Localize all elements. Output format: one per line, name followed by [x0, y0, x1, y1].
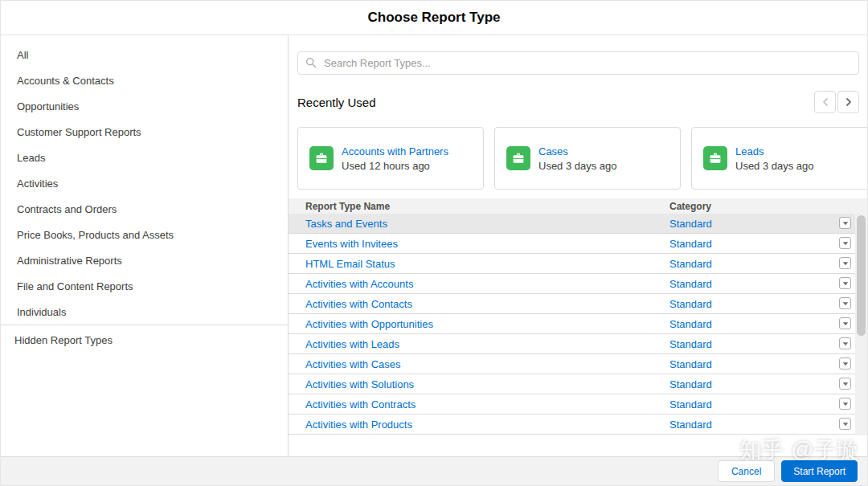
- row-dropdown-button[interactable]: [839, 337, 851, 349]
- chevron-down-icon: [842, 341, 849, 346]
- report-type-name-link[interactable]: Activities with Contracts: [289, 398, 669, 410]
- recent-card-title[interactable]: Accounts with Partners: [342, 145, 448, 157]
- report-type-category: Standard: [669, 398, 867, 410]
- report-type-name-link[interactable]: Activities with Leads: [289, 338, 669, 350]
- sidebar-item-label: Price Books, Products and Assets: [17, 229, 174, 241]
- report-type-name-link[interactable]: Activities with Solutions: [289, 378, 669, 390]
- report-type-briefcase-icon: [506, 146, 530, 170]
- row-dropdown-button[interactable]: [839, 217, 851, 229]
- report-type-category: Standard: [669, 419, 867, 431]
- report-type-category: Standard: [669, 358, 867, 370]
- sidebar-item-category[interactable]: Accounts & Contacts: [1, 67, 288, 93]
- table-row[interactable]: Activities with Products Standard: [289, 415, 867, 435]
- report-type-name-link[interactable]: Events with Invitees: [289, 238, 669, 250]
- report-type-category: Standard: [669, 278, 867, 290]
- row-dropdown-button[interactable]: [839, 257, 851, 269]
- row-dropdown-button[interactable]: [839, 297, 851, 309]
- page-title: Choose Report Type: [368, 10, 501, 26]
- sidebar-item-category[interactable]: Administrative Reports: [1, 247, 288, 273]
- chevron-down-icon: [842, 281, 849, 286]
- report-category-sidebar: All Accounts & Contacts Opportunities Cu…: [1, 35, 289, 456]
- column-header-report-type-name: Report Type Name: [289, 201, 669, 212]
- sidebar-item-category[interactable]: Contracts and Orders: [1, 196, 288, 222]
- table-row[interactable]: Activities with Leads Standard: [289, 334, 867, 354]
- sidebar-item-category[interactable]: Leads: [1, 145, 288, 170]
- sidebar-item-category[interactable]: Activities: [1, 170, 288, 196]
- table-row[interactable]: Activities with Accounts Standard: [289, 274, 867, 294]
- table-row[interactable]: Activities with Contracts Standard: [289, 394, 867, 415]
- report-type-briefcase-icon: [703, 146, 727, 170]
- report-type-name-link[interactable]: Activities with Contacts: [289, 298, 669, 310]
- recent-report-card[interactable]: Cases Used 3 days ago: [494, 127, 681, 190]
- sidebar-item-category[interactable]: Opportunities: [1, 93, 288, 119]
- report-type-category: Standard: [669, 258, 867, 270]
- table-row[interactable]: Activities with Opportunities Standard: [289, 314, 867, 334]
- sidebar-item-label: File and Content Reports: [17, 280, 133, 292]
- modal-body: All Accounts & Contacts Opportunities Cu…: [1, 35, 867, 456]
- table-row[interactable]: Events with Invitees Standard: [289, 234, 867, 254]
- report-type-name-link[interactable]: Activities with Opportunities: [289, 318, 669, 330]
- chevron-down-icon: [842, 261, 849, 266]
- table-scrollbar-track[interactable]: [855, 214, 867, 435]
- chevron-right-icon: [845, 97, 853, 107]
- table-body: Tasks and Events Standard Events with In…: [289, 214, 867, 435]
- row-dropdown-button[interactable]: [839, 237, 851, 249]
- sidebar-divider: [1, 325, 288, 325]
- carousel-prev-button[interactable]: [814, 91, 836, 113]
- table-scrollbar-thumb[interactable]: [857, 215, 866, 336]
- chevron-left-icon: [821, 97, 829, 107]
- recent-card-subtitle: Used 12 hours ago: [342, 160, 448, 172]
- recent-report-card[interactable]: Accounts with Partners Used 12 hours ago: [297, 127, 484, 190]
- sidebar-item-label: All: [17, 49, 28, 61]
- start-report-button[interactable]: Start Report: [781, 460, 858, 482]
- chevron-down-icon: [842, 402, 849, 406]
- recent-card-text: Cases Used 3 days ago: [538, 145, 617, 172]
- chevron-down-icon: [842, 382, 849, 386]
- sidebar-item-category[interactable]: File and Content Reports: [1, 273, 288, 299]
- report-type-category: Standard: [669, 338, 867, 350]
- report-type-name-link[interactable]: Tasks and Events: [289, 218, 669, 230]
- sidebar-item-label: Contracts and Orders: [17, 203, 117, 215]
- row-dropdown-button[interactable]: [839, 398, 851, 410]
- sidebar-item-label: Administrative Reports: [17, 255, 122, 267]
- report-type-name-link[interactable]: Activities with Cases: [289, 358, 669, 370]
- table-row[interactable]: Activities with Contacts Standard: [289, 294, 867, 314]
- recent-card-subtitle: Used 3 days ago: [538, 160, 617, 172]
- search-input[interactable]: [297, 51, 859, 75]
- report-type-table: Report Type Name Category Tasks and Even…: [289, 198, 867, 435]
- chevron-down-icon: [842, 221, 849, 226]
- carousel-next-button[interactable]: [837, 91, 859, 113]
- report-type-briefcase-icon: [309, 146, 334, 170]
- row-dropdown-button[interactable]: [839, 317, 851, 329]
- table-row[interactable]: HTML Email Status Standard: [289, 254, 867, 274]
- table-row[interactable]: Tasks and Events Standard: [289, 214, 867, 234]
- modal-header: Choose Report Type: [1, 1, 867, 35]
- report-type-name-link[interactable]: Activities with Products: [289, 419, 669, 431]
- row-dropdown-button[interactable]: [839, 418, 851, 430]
- report-type-category: Standard: [669, 318, 867, 330]
- recently-used-heading: Recently Used: [297, 96, 376, 109]
- recent-card-title[interactable]: Cases: [538, 145, 617, 157]
- report-type-name-link[interactable]: HTML Email Status: [289, 258, 669, 270]
- row-dropdown-button[interactable]: [839, 378, 851, 390]
- recent-report-card[interactable]: Leads Used 3 days ago: [691, 127, 867, 190]
- report-type-name-link[interactable]: Activities with Accounts: [289, 278, 669, 290]
- row-dropdown-button[interactable]: [839, 277, 851, 289]
- sidebar-item-category[interactable]: Individuals: [1, 299, 288, 325]
- chevron-down-icon: [842, 241, 849, 246]
- table-row[interactable]: Activities with Solutions Standard: [289, 374, 867, 394]
- report-type-category: Standard: [669, 238, 867, 250]
- sidebar-item-category[interactable]: All: [1, 42, 288, 67]
- sidebar-item-hidden-report-types[interactable]: Hidden Report Types: [1, 327, 288, 353]
- sidebar-item-label: Opportunities: [17, 100, 79, 112]
- recently-used-header: Recently Used: [297, 91, 859, 113]
- report-type-category: Standard: [669, 378, 867, 390]
- chevron-down-icon: [842, 361, 849, 366]
- sidebar-item-category[interactable]: Customer Support Reports: [1, 119, 288, 145]
- table-row[interactable]: Activities with Cases Standard: [289, 354, 867, 374]
- recently-used-cards: Accounts with Partners Used 12 hours ago: [297, 127, 867, 190]
- sidebar-item-category[interactable]: Price Books, Products and Assets: [1, 222, 288, 247]
- recent-card-title[interactable]: Leads: [735, 145, 814, 157]
- row-dropdown-button[interactable]: [839, 357, 851, 370]
- cancel-button[interactable]: Cancel: [718, 460, 775, 482]
